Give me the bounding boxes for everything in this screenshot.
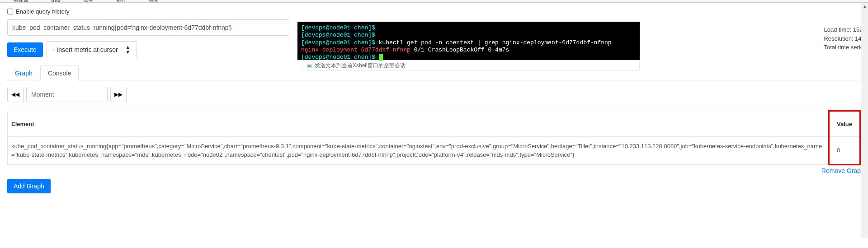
terminal-overlay: [devops@node01 chen]$ [devops@node01 che… [297,22,640,60]
main-panel: Enable query history Load time: 152m Res… [0,3,868,238]
terminal-line: [devops@node01 chen]$ [301,32,636,39]
terminal-output-line: nginx-deployment-6d77ddbf-nfnnp 0/1 Cras… [301,47,636,54]
dropdown-label: - insert metric at cursor - [53,46,122,53]
value-header-highlighted: Value [829,111,860,137]
element-header: Element [8,111,829,137]
value-cell-highlighted: 0 [829,137,860,164]
terminal-line: [devops@node01 chen]$ [301,24,636,32]
double-chevron-right-icon: ▶▶ [114,91,123,98]
insert-metric-dropdown[interactable]: - insert metric at cursor - ▲▼ [47,41,137,58]
terminal-cursor-icon [379,54,383,61]
enable-history-label: Enable query history [16,8,70,15]
tab-console[interactable]: Console [40,66,79,80]
element-cell: kube_pod_container_status_running{app="p… [8,137,829,164]
caret-sort-icon: ▲▼ [125,45,130,55]
overlay-text: 发送文本到当前Xshell窗口的全部会话 [315,62,406,70]
prev-page-button[interactable]: ◀◀ [7,87,24,102]
double-chevron-left-icon: ◀◀ [11,91,19,98]
scroll-up-arrow-icon[interactable]: ▲ [861,3,868,10]
remove-graph-link[interactable]: Remove Grap [7,167,861,174]
moment-input[interactable] [26,87,108,102]
broadcast-icon: ▣ [307,62,312,69]
terminal-line: [devops@node01 chen]$ kubectl get pod -n… [301,39,636,47]
tab-graph[interactable]: Graph [7,66,40,80]
add-graph-button[interactable]: Add Graph [7,179,51,193]
enable-history-checkbox[interactable] [7,9,13,14]
terminal-line: [devops@node01 chen]$ [301,54,636,61]
history-checkbox-row: Enable query history [7,8,861,15]
overlay-bar: ▣ 发送文本到当前Xshell窗口的全部会话 [303,61,640,70]
execute-button[interactable]: Execute [7,42,43,57]
vertical-scrollbar[interactable]: ▲ [861,3,868,238]
time-controls: ◀◀ ▶▶ [7,87,861,102]
result-table: Element Value kube_pod_container_status_… [7,110,861,165]
query-input[interactable] [7,19,289,36]
table-row: kube_pod_container_status_running{app="p… [8,137,860,164]
table-header-row: Element Value [8,111,860,137]
next-page-button[interactable]: ▶▶ [110,87,127,102]
